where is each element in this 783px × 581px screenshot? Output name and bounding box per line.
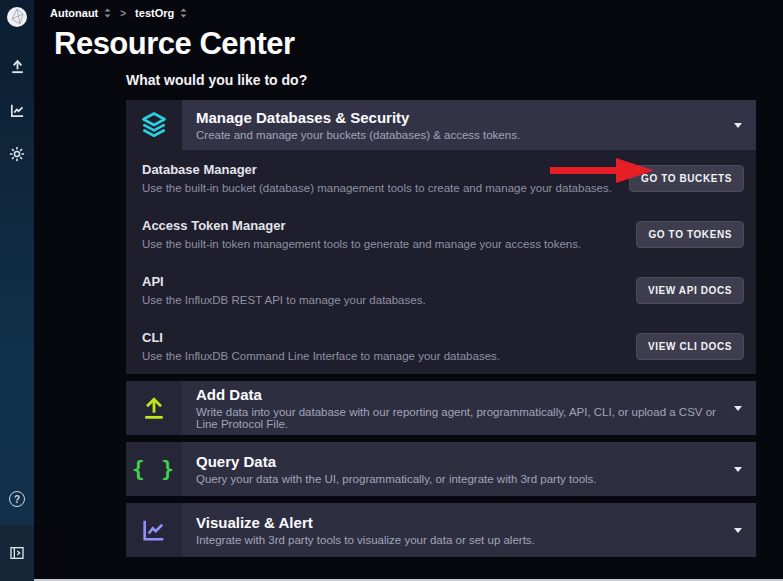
sidebar-footer [0, 525, 34, 581]
panel-manage-databases: Manage Databases & Security Create and m… [126, 100, 756, 374]
row-database-manager: Database Manager Use the built-in bucket… [126, 150, 756, 206]
row-title: API [142, 274, 622, 289]
panel-visualize-alert: Visualize & Alert Integrate with 3rd par… [126, 503, 756, 557]
row-title: Access Token Manager [142, 218, 622, 233]
row-title: CLI [142, 330, 622, 345]
panel-description: Write data into your database with our r… [196, 406, 722, 430]
row-description: Use the InfluxDB REST API to manage your… [142, 294, 622, 306]
panel-description: Integrate with 3rd party tools to visual… [196, 534, 535, 546]
upload-data-nav-icon[interactable] [7, 56, 27, 76]
resource-center-panels: Manage Databases & Security Create and m… [126, 100, 756, 564]
breadcrumb-separator: > [120, 8, 126, 19]
page-title: Resource Center [54, 26, 295, 62]
view-cli-docs-button[interactable]: VIEW CLI DOCS [636, 333, 744, 360]
panel-add-data-header[interactable]: Add Data Write data into your database w… [126, 381, 756, 435]
breadcrumb: Autonaut > testOrg [50, 7, 187, 19]
breadcrumb-org-selector[interactable]: Autonaut [50, 7, 111, 19]
layers-icon [126, 100, 182, 150]
panel-query-data-header[interactable]: { } Query Data Query your data with the … [126, 442, 756, 496]
chevron-down-icon [734, 123, 742, 128]
influxdata-logo[interactable] [0, 0, 34, 34]
go-to-buckets-button[interactable]: GO TO BUCKETS [629, 165, 744, 192]
upload-icon [126, 381, 182, 435]
help-icon[interactable]: ? [0, 491, 34, 507]
panel-title: Manage Databases & Security [196, 109, 520, 126]
row-access-token-manager: Access Token Manager Use the built-in to… [126, 206, 756, 262]
row-description: Use the built-in token management tools … [142, 238, 622, 250]
panel-description: Create and manage your buckets (database… [196, 129, 520, 141]
panel-manage-databases-header[interactable]: Manage Databases & Security Create and m… [126, 100, 756, 150]
row-api: API Use the InfluxDB REST API to manage … [126, 262, 756, 318]
chevron-down-icon [734, 406, 742, 411]
graph-nav-icon[interactable] [7, 100, 27, 120]
breadcrumb-workspace-selector[interactable]: testOrg [135, 7, 187, 19]
row-description: Use the built-in bucket (database) manag… [142, 182, 615, 194]
chart-icon [126, 503, 182, 557]
panel-description: Query your data with the UI, programmati… [196, 473, 597, 485]
panel-visualize-alert-header[interactable]: Visualize & Alert Integrate with 3rd par… [126, 503, 756, 557]
gear-nav-icon[interactable] [7, 144, 27, 164]
chevron-updown-icon [104, 8, 111, 18]
panel-add-data: Add Data Write data into your database w… [126, 381, 756, 435]
chevron-updown-icon [180, 8, 187, 18]
chevron-down-icon [734, 528, 742, 533]
braces-icon: { } [126, 442, 182, 496]
go-to-tokens-button[interactable]: GO TO TOKENS [636, 221, 744, 248]
row-description: Use the InfluxDB Command Line Interface … [142, 350, 622, 362]
sidebar: ? [0, 0, 34, 581]
view-api-docs-button[interactable]: VIEW API DOCS [636, 277, 744, 304]
panel-query-data: { } Query Data Query your data with the … [126, 442, 756, 496]
breadcrumb-workspace-label: testOrg [135, 7, 174, 19]
page-subtitle: What would you like to do? [126, 72, 307, 88]
panel-title: Query Data [196, 453, 597, 470]
chevron-down-icon [734, 467, 742, 472]
expand-sidebar-icon[interactable] [7, 543, 27, 563]
panel-title: Visualize & Alert [196, 514, 535, 531]
row-cli: CLI Use the InfluxDB Command Line Interf… [126, 318, 756, 374]
panel-title: Add Data [196, 386, 722, 403]
breadcrumb-org-label: Autonaut [50, 7, 98, 19]
row-title: Database Manager [142, 162, 615, 177]
